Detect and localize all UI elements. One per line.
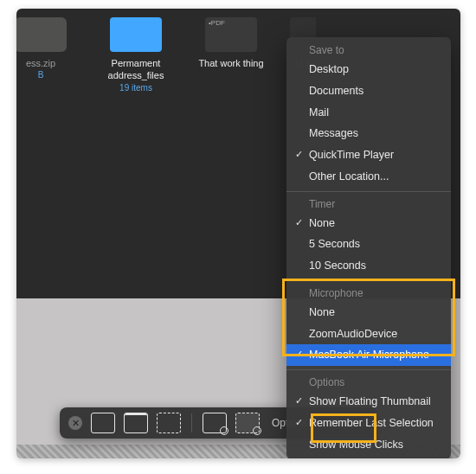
menu-item-timer-10s[interactable]: 10 Seconds <box>286 255 451 277</box>
options-menu: Save to Desktop Documents Mail Messages … <box>286 37 451 458</box>
file-sub: B <box>16 69 77 80</box>
app-frame: ess.zip B Permament address_files 19 ite… <box>16 9 460 458</box>
record-entire-screen-button[interactable] <box>203 413 227 433</box>
menu-divider <box>286 369 451 370</box>
zip-icon <box>16 17 67 52</box>
toolbar-divider <box>191 413 192 432</box>
file-name: ess.zip <box>16 57 77 69</box>
capture-window-button[interactable] <box>124 413 148 433</box>
menu-item-floating-thumb[interactable]: Show Floating Thumbnail <box>286 391 451 413</box>
pdf-icon <box>205 17 257 52</box>
menu-item-messages[interactable]: Messages <box>286 123 451 144</box>
menu-item-mic-macbook[interactable]: MacBook Air Microphone <box>286 344 451 366</box>
menu-item-remember-last[interactable]: Remember Last Selection <box>286 413 451 434</box>
menu-item-desktop[interactable]: Desktop <box>286 59 451 80</box>
menu-item-mic-none[interactable]: None <box>286 302 451 323</box>
record-selection-button[interactable] <box>235 413 260 433</box>
file-item[interactable]: That work thing <box>195 17 267 93</box>
file-name: Permament address_files <box>100 57 172 82</box>
file-name: That work thing <box>195 57 267 69</box>
file-item[interactable]: ess.zip B <box>16 17 77 93</box>
menu-item-documents[interactable]: Documents <box>286 80 451 102</box>
menu-item-quicktime[interactable]: QuickTime Player <box>286 144 451 166</box>
menu-divider <box>286 280 451 281</box>
file-sub: 19 items <box>100 82 172 93</box>
menu-section-options: Options <box>286 374 451 391</box>
menu-divider <box>286 191 451 192</box>
menu-item-other-location[interactable]: Other Location... <box>286 166 451 188</box>
menu-item-mic-zoom[interactable]: ZoomAudioDevice <box>286 323 451 345</box>
folder-icon <box>110 17 162 52</box>
menu-item-timer-5s[interactable]: 5 Seconds <box>286 234 451 255</box>
menu-item-timer-none[interactable]: None <box>286 213 451 234</box>
file-item[interactable]: Permament address_files 19 items <box>100 17 172 93</box>
screenshot-canvas: ess.zip B Permament address_files 19 ite… <box>0 0 476 474</box>
menu-section-timer: Timer <box>286 195 451 213</box>
menu-item-mail[interactable]: Mail <box>286 102 451 124</box>
menu-section-save-to: Save to <box>286 42 451 59</box>
menu-section-microphone: Microphone <box>286 285 451 302</box>
menu-item-show-clicks[interactable]: Show Mouse Clicks <box>286 434 451 456</box>
capture-selection-button[interactable] <box>157 413 181 433</box>
close-icon[interactable]: ✕ <box>68 416 82 430</box>
capture-entire-screen-button[interactable] <box>91 413 115 433</box>
